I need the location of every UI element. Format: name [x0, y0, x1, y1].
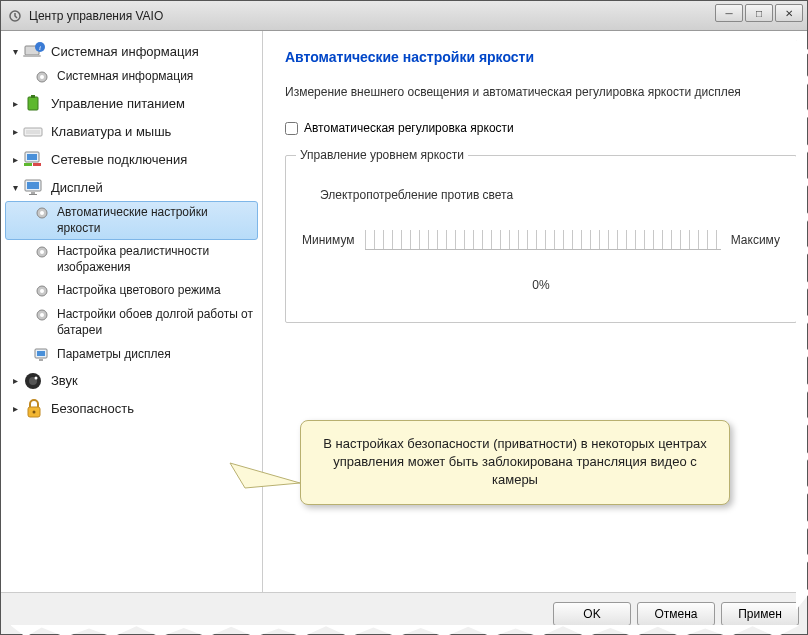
speaker-icon: [23, 371, 45, 391]
sidebar-child-image-realism[interactable]: Настройка реалистичности изображения: [5, 240, 258, 279]
svg-point-33: [35, 376, 38, 379]
collapse-icon: ▾: [9, 46, 21, 57]
page-description: Измерение внешнего освещения и автоматич…: [285, 85, 797, 99]
laptop-info-icon: i: [23, 41, 45, 61]
sidebar-item-label: Звук: [51, 373, 78, 388]
annotation-callout: В настройках безопасности (приватности) …: [300, 420, 730, 505]
monitor-icon: [23, 177, 45, 197]
expand-icon: ▸: [9, 126, 21, 137]
app-window: Центр управления VAIO ─ □ ✕ ▾ i Системна…: [0, 0, 808, 635]
cancel-button[interactable]: Отмена: [637, 602, 715, 626]
sidebar-child-label: Настройка реалистичности изображения: [57, 244, 254, 275]
svg-rect-30: [39, 359, 43, 361]
sidebar-item-power[interactable]: ▸ Управление питанием: [5, 89, 258, 117]
slider-min-label: Минимум: [302, 233, 355, 247]
svg-rect-14: [24, 163, 32, 166]
expand-icon: ▸: [9, 98, 21, 109]
sidebar-child-wallpaper-battery[interactable]: Настройки обоев долгой работы от батареи: [5, 303, 258, 342]
keyboard-icon: [23, 121, 45, 141]
collapse-icon: ▾: [9, 182, 21, 193]
sidebar-child-label: Настройка цветового режима: [57, 283, 221, 299]
sidebar-item-label: Дисплей: [51, 180, 103, 195]
gear-icon: [33, 283, 51, 299]
svg-rect-9: [24, 128, 42, 136]
brightness-level-group: Управление уровнем яркости Электропотреб…: [285, 155, 797, 323]
svg-point-35: [33, 410, 36, 413]
battery-icon: [23, 93, 45, 113]
sidebar-child-label: Параметры дисплея: [57, 347, 171, 363]
svg-point-21: [40, 211, 44, 215]
brightness-slider-row: Минимум Максиму: [302, 230, 780, 250]
close-button[interactable]: ✕: [775, 4, 803, 22]
brightness-slider[interactable]: [365, 230, 721, 250]
monitor-small-icon: [33, 347, 51, 363]
auto-brightness-checkbox[interactable]: [285, 122, 298, 135]
minimize-button[interactable]: ─: [715, 4, 743, 22]
sidebar-item-sound[interactable]: ▸ Звук: [5, 367, 258, 395]
svg-rect-29: [37, 351, 45, 356]
svg-rect-8: [31, 95, 35, 98]
sidebar-item-security[interactable]: ▸ Безопасность: [5, 395, 258, 423]
network-icon: [23, 149, 45, 169]
sidebar-child-label: Настройки обоев долгой работы от батареи: [57, 307, 254, 338]
sidebar-item-label: Клавиатура и мышь: [51, 124, 171, 139]
svg-point-23: [40, 250, 44, 254]
sidebar-item-label: Сетевые подключения: [51, 152, 187, 167]
sidebar-child-label: Автоматические настройки яркости: [57, 205, 254, 236]
content-pane: Автоматические настройки яркости Измерен…: [263, 31, 807, 592]
sidebar-item-label: Управление питанием: [51, 96, 185, 111]
sidebar-item-network[interactable]: ▸ Сетевые подключения: [5, 145, 258, 173]
ok-button[interactable]: OK: [553, 602, 631, 626]
checkbox-label: Автоматическая регулировка яркости: [304, 121, 514, 135]
sidebar-child-auto-brightness[interactable]: Автоматические настройки яркости: [5, 201, 258, 240]
svg-point-6: [40, 75, 44, 79]
sidebar-item-keyboard[interactable]: ▸ Клавиатура и мышь: [5, 117, 258, 145]
window-body: ▾ i Системная информация Системная инфор…: [1, 31, 807, 592]
svg-rect-7: [28, 97, 38, 110]
auto-brightness-checkbox-row: Автоматическая регулировка яркости: [285, 121, 797, 135]
gear-icon: [33, 69, 51, 85]
sidebar-child-color-mode[interactable]: Настройка цветового режима: [5, 279, 258, 303]
callout-tail: [225, 458, 305, 508]
gear-icon: [33, 244, 51, 260]
gear-icon: [33, 307, 51, 323]
expand-icon: ▸: [9, 375, 21, 386]
svg-text:i: i: [39, 44, 41, 52]
app-icon: [7, 8, 23, 24]
sidebar-child-system-info[interactable]: Системная информация: [5, 65, 258, 89]
slider-max-label: Максиму: [731, 233, 780, 247]
svg-rect-17: [27, 182, 39, 189]
svg-rect-13: [27, 154, 37, 160]
svg-rect-15: [33, 163, 41, 166]
brightness-percent: 0%: [302, 278, 780, 292]
svg-point-25: [40, 289, 44, 293]
sidebar-child-display-params[interactable]: Параметры дисплея: [5, 343, 258, 367]
svg-rect-19: [29, 194, 37, 195]
window-title: Центр управления VAIO: [29, 9, 163, 23]
callout-text: В настройках безопасности (приватности) …: [319, 435, 711, 490]
maximize-button[interactable]: □: [745, 4, 773, 22]
sidebar-child-label: Системная информация: [57, 69, 193, 85]
svg-rect-18: [31, 192, 35, 194]
svg-rect-2: [23, 55, 41, 57]
lock-icon: [23, 399, 45, 419]
sidebar-item-display[interactable]: ▾ Дисплей: [5, 173, 258, 201]
gear-icon: [33, 205, 51, 221]
sidebar-item-system-info[interactable]: ▾ i Системная информация: [5, 37, 258, 65]
sidebar-item-label: Безопасность: [51, 401, 134, 416]
svg-point-27: [40, 313, 44, 317]
titlebar[interactable]: Центр управления VAIO ─ □ ✕: [1, 1, 807, 31]
page-heading: Автоматические настройки яркости: [285, 49, 797, 65]
group-legend: Управление уровнем яркости: [296, 148, 468, 162]
expand-icon: ▸: [9, 154, 21, 165]
expand-icon: ▸: [9, 403, 21, 414]
sidebar-item-label: Системная информация: [51, 44, 199, 59]
apply-button[interactable]: Примен: [721, 602, 799, 626]
sidebar: ▾ i Системная информация Системная инфор…: [1, 31, 263, 592]
power-vs-light-label: Электропотребление против света: [320, 188, 780, 202]
